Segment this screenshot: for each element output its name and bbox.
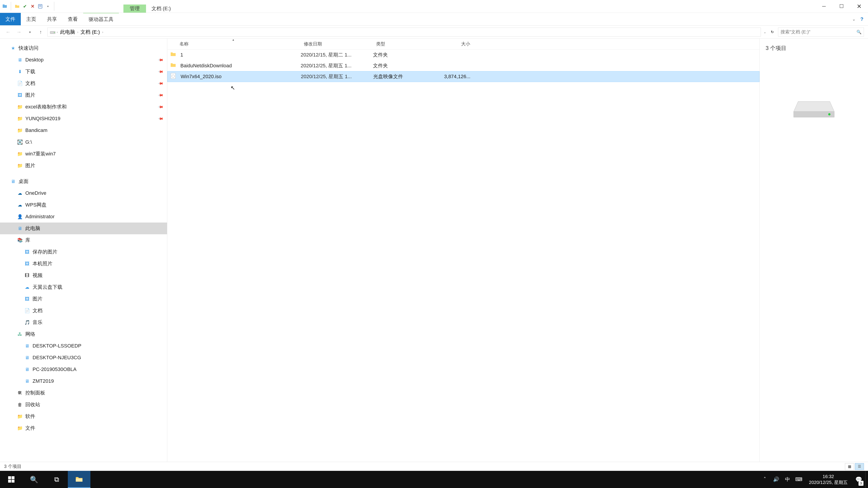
sidebar-item-wps[interactable]: ☁WPS网盘 bbox=[0, 199, 167, 211]
folder-icon[interactable] bbox=[14, 3, 20, 9]
sidebar-item-documents[interactable]: 📄文档📌 bbox=[0, 77, 167, 89]
sidebar-item-g-drive[interactable]: 💽G:\ bbox=[0, 136, 167, 148]
back-button[interactable]: ← bbox=[4, 28, 12, 36]
sidebar-item-onedrive[interactable]: ☁OneDrive bbox=[0, 187, 167, 199]
tray-overflow-icon[interactable]: ˄ bbox=[759, 471, 771, 488]
sidebar-item-tianyi[interactable]: ☁天翼云盘下载 bbox=[0, 281, 167, 293]
search-button[interactable]: 🔍 bbox=[23, 471, 45, 488]
column-header-name[interactable]: 名称 bbox=[167, 41, 301, 47]
sidebar-item-pc3[interactable]: 🖥PC-20190530OBLA bbox=[0, 363, 167, 375]
forward-button[interactable]: → bbox=[15, 28, 23, 36]
checkmark-icon[interactable]: ✔ bbox=[22, 3, 28, 9]
chevron-right-icon[interactable]: › bbox=[77, 30, 79, 34]
sidebar-item-pc1[interactable]: 🖥DESKTOP-LSSOEDP bbox=[0, 340, 167, 352]
input-indicator-icon[interactable]: ⌨ bbox=[793, 471, 804, 488]
home-tab[interactable]: 主页 bbox=[21, 13, 41, 25]
sidebar-item-desktop-root[interactable]: 🖥桌面 bbox=[0, 175, 167, 187]
file-explorer-taskbar-button[interactable] bbox=[68, 471, 90, 488]
sidebar-item-saved-pics[interactable]: 🖼保存的图片 bbox=[0, 246, 167, 258]
sidebar-item-network[interactable]: 🖧网络 bbox=[0, 328, 167, 340]
search-box[interactable]: 🔍 bbox=[778, 28, 864, 37]
sidebar-item-quick-access[interactable]: ★快速访问 bbox=[0, 42, 167, 54]
breadcrumb-bar[interactable]: › 此电脑 › 文档 (E:) › bbox=[48, 28, 761, 37]
taskbar-clock[interactable]: 16:32 2020/12/25, 星期五 bbox=[804, 474, 852, 485]
documents-icon: 📄 bbox=[24, 307, 30, 314]
show-desktop-button[interactable] bbox=[865, 471, 868, 488]
sidebar-item-desktop[interactable]: 🖥Desktop📌 bbox=[0, 54, 167, 66]
column-header-date[interactable]: 修改日期 bbox=[301, 41, 373, 47]
refresh-button[interactable]: ↻ bbox=[768, 28, 776, 36]
minimize-button[interactable]: ─ bbox=[815, 0, 833, 13]
sidebar-item-pictures[interactable]: 🖼图片📌 bbox=[0, 89, 167, 101]
svg-rect-3 bbox=[39, 5, 41, 6]
chevron-right-icon[interactable]: › bbox=[102, 30, 103, 34]
sidebar-item-libraries[interactable]: 📚库 bbox=[0, 234, 167, 246]
close-red-icon[interactable]: ✕ bbox=[30, 3, 35, 9]
column-header-size[interactable]: 大小 bbox=[434, 41, 477, 47]
view-details-button[interactable]: ☰ bbox=[855, 463, 864, 470]
breadcrumb-pc[interactable]: 此电脑 bbox=[59, 29, 76, 35]
sidebar-item-docs-lib[interactable]: 📄文档 bbox=[0, 305, 167, 317]
search-icon[interactable]: 🔍 bbox=[857, 30, 862, 35]
sidebar-item-bandicam[interactable]: 📁Bandicam bbox=[0, 125, 167, 136]
sidebar-item-yunqishi[interactable]: 📁YUNQISHI2019📌 bbox=[0, 113, 167, 125]
address-dropdown-icon[interactable]: ⌄ bbox=[764, 30, 766, 34]
taskbar[interactable]: 🔍 ⧉ ˄ 🔊 中 ⌨ 16:32 2020/12/25, 星期五 💬3 bbox=[0, 471, 868, 488]
svg-rect-1 bbox=[3, 4, 4, 6]
sidebar-item-videos[interactable]: 🎞视频 bbox=[0, 269, 167, 281]
file-row[interactable]: 12020/12/15, 星期二 1...文件夹 bbox=[167, 50, 760, 60]
star-icon: ★ bbox=[10, 45, 16, 51]
start-button[interactable] bbox=[0, 471, 23, 488]
view-thumbnails-button[interactable]: ▦ bbox=[845, 463, 854, 470]
recent-locations-button[interactable]: ▾ bbox=[26, 28, 34, 36]
view-tab[interactable]: 查看 bbox=[62, 13, 83, 25]
maximize-button[interactable]: ☐ bbox=[833, 0, 850, 13]
breadcrumb-drive[interactable]: 文档 (E:) bbox=[79, 29, 101, 35]
sidebar-item-control-panel[interactable]: 🛠控制面板 bbox=[0, 387, 167, 399]
sidebar-item-camera-roll[interactable]: 🖼本机照片 bbox=[0, 258, 167, 269]
share-tab[interactable]: 共享 bbox=[41, 13, 62, 25]
volume-icon[interactable]: 🔊 bbox=[771, 471, 782, 488]
clock-time: 16:32 bbox=[809, 474, 848, 480]
file-list[interactable]: 12020/12/15, 星期二 1...文件夹BaiduNetdiskDown… bbox=[167, 50, 760, 82]
sidebar-item-music[interactable]: 🎵音乐 bbox=[0, 317, 167, 328]
sidebar-item-reinstall[interactable]: 📁win7重装win7 bbox=[0, 148, 167, 160]
up-button[interactable]: ↑ bbox=[37, 28, 45, 36]
sidebar-item-pc2[interactable]: 🖥DESKTOP-NJEU3CG bbox=[0, 352, 167, 363]
file-tab[interactable]: 文件 bbox=[0, 13, 21, 25]
file-row[interactable]: BaiduNetdiskDownload2020/12/25, 星期五 1...… bbox=[167, 60, 760, 71]
manage-tab[interactable]: 管理 bbox=[123, 4, 146, 13]
column-headers[interactable]: ▲ 名称 修改日期 类型 大小 bbox=[167, 39, 760, 50]
drive-tools-tab[interactable]: 驱动器工具 bbox=[83, 13, 119, 25]
ribbon-expand-icon[interactable]: ⌄ bbox=[850, 16, 857, 23]
sidebar-item-filelib[interactable]: 📁文件 bbox=[0, 422, 167, 434]
help-icon[interactable]: ? bbox=[859, 16, 865, 23]
chevron-right-icon[interactable]: › bbox=[57, 30, 58, 34]
sidebar-item-admin[interactable]: 👤Administrator bbox=[0, 211, 167, 223]
column-header-type[interactable]: 类型 bbox=[373, 41, 434, 47]
sidebar-item-excel[interactable]: 📁excel表格制作求和📌 bbox=[0, 101, 167, 113]
sidebar-item-pics-lib[interactable]: 🖼图片 bbox=[0, 293, 167, 305]
svg-rect-16 bbox=[76, 479, 82, 482]
properties-icon[interactable] bbox=[37, 3, 43, 9]
cloud-icon: ☁ bbox=[24, 284, 30, 290]
search-input[interactable] bbox=[780, 29, 855, 35]
sidebar-item-pc4[interactable]: 🖥ZMT2019 bbox=[0, 375, 167, 387]
file-size: 3,874,126... bbox=[434, 74, 477, 79]
action-center-button[interactable]: 💬3 bbox=[852, 471, 865, 488]
desktop-icon: 🖥 bbox=[17, 57, 23, 63]
task-view-button[interactable]: ⧉ bbox=[45, 471, 68, 488]
qat-dropdown-icon[interactable]: ▾ bbox=[45, 3, 51, 9]
sidebar-item-downloads[interactable]: ⬇下载📌 bbox=[0, 66, 167, 77]
ime-icon[interactable]: 中 bbox=[782, 471, 793, 488]
close-button[interactable]: ✕ bbox=[850, 0, 868, 13]
file-row[interactable]: Win7x64_2020.iso2020/12/25, 星期五 1...光盘映像… bbox=[167, 71, 760, 82]
sidebar-item-pictures2[interactable]: 📁图片 bbox=[0, 160, 167, 171]
sidebar-item-software[interactable]: 📁软件 bbox=[0, 411, 167, 422]
item-count-label: 3 个项目 bbox=[766, 44, 786, 52]
music-icon: 🎵 bbox=[24, 319, 30, 326]
label: 软件 bbox=[25, 413, 35, 420]
sidebar-item-this-pc[interactable]: 🖥此电脑 bbox=[0, 223, 167, 234]
navigation-pane[interactable]: ★快速访问 🖥Desktop📌 ⬇下载📌 📄文档📌 🖼图片📌 📁excel表格制… bbox=[0, 39, 167, 462]
sidebar-item-recycle[interactable]: 🗑回收站 bbox=[0, 399, 167, 411]
